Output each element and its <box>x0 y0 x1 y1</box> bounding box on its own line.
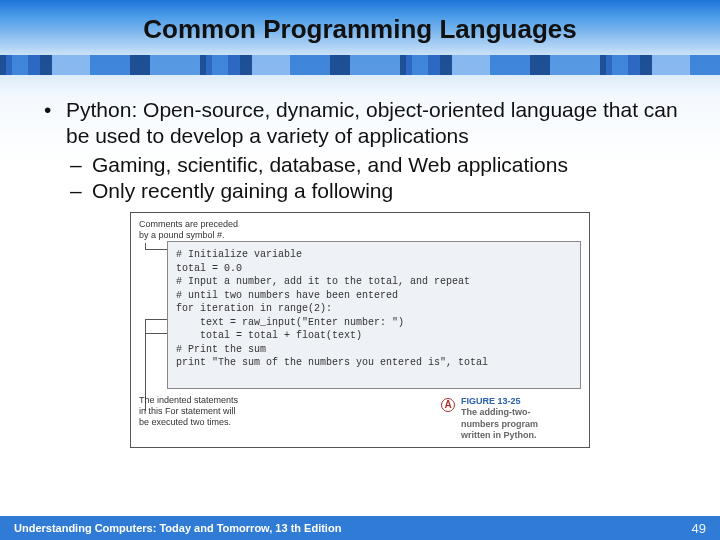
code-box: # Initialize variable total = 0.0 # Inpu… <box>167 241 581 389</box>
footer-book-title: Understanding Computers: Today and Tomor… <box>14 522 341 534</box>
bullet-sub-1: Gaming, scientific, database, and Web ap… <box>36 152 684 178</box>
code-line: for iteration in range(2): <box>176 302 572 316</box>
code-line: text = raw_input("Enter number: ") <box>176 316 572 330</box>
bullet-sub-2: Only recently gaining a following <box>36 178 684 204</box>
callout-indented-l2: in this For statement will <box>139 406 269 417</box>
figure-number: FIGURE 13-25 <box>461 396 581 407</box>
code-line: print "The sum of the numbers you entere… <box>176 356 572 370</box>
code-line: # until two numbers have been entered <box>176 289 572 303</box>
figure-label: A FIGURE 13-25 The adding-two- numbers p… <box>441 396 581 441</box>
code-line: # Print the sum <box>176 343 572 357</box>
figure-desc-l3: written in Python. <box>461 430 581 441</box>
callout-comments: Comments are preceded by a pound symbol … <box>139 219 259 241</box>
figure: Comments are preceded by a pound symbol … <box>130 212 590 448</box>
code-line: # Input a number, add it to the total, a… <box>176 275 572 289</box>
callout-indented: The indented statements in this For stat… <box>139 395 269 427</box>
figure-desc-l1: The adding-two- <box>461 407 581 418</box>
code-line: # Initialize variable <box>176 248 572 262</box>
leader-line <box>145 249 167 250</box>
accent-bar <box>0 55 720 75</box>
bullet-main: Python: Open-source, dynamic, object-ori… <box>36 97 684 150</box>
figure-caption: FIGURE 13-25 The adding-two- numbers pro… <box>461 396 581 441</box>
content-area: Python: Open-source, dynamic, object-ori… <box>0 75 720 448</box>
footer-page-number: 49 <box>692 521 706 536</box>
callout-indented-l1: The indented statements <box>139 395 269 406</box>
figure-desc-l2: numbers program <box>461 419 581 430</box>
callout-comments-l2: by a pound symbol #. <box>139 230 259 241</box>
code-line: total = total + float(text) <box>176 329 572 343</box>
code-line: total = 0.0 <box>176 262 572 276</box>
slide: Common Programming Languages Python: Ope… <box>0 0 720 540</box>
figure-wrap: Comments are preceded by a pound symbol … <box>36 212 684 448</box>
slide-title: Common Programming Languages <box>0 14 720 45</box>
leader-line <box>145 319 167 320</box>
footer-bar: Understanding Computers: Today and Tomor… <box>0 516 720 540</box>
leader-line <box>145 333 167 334</box>
title-wrap: Common Programming Languages <box>0 0 720 45</box>
animation-icon: A <box>441 398 455 412</box>
callout-comments-l1: Comments are preceded <box>139 219 259 230</box>
callout-indented-l3: be executed two times. <box>139 417 269 428</box>
